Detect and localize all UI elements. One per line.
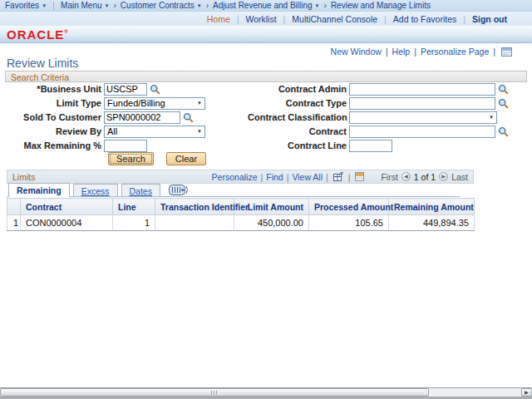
horizontal-scrollbar[interactable]: ▶: [0, 387, 532, 397]
contract-admin-row: Contract Admin: [248, 82, 509, 96]
business-unit-lookup-icon[interactable]: [150, 84, 160, 95]
download-icon[interactable]: [355, 172, 364, 181]
page-links: New Window | Help | Personalize Page |: [331, 47, 514, 57]
limits-tabs: Remaining Excess Dates: [8, 183, 189, 197]
breadcrumb-item-label: Adjust Revenue and Billing: [213, 1, 313, 10]
processed-amount-cell: 105.65: [309, 215, 389, 231]
contract-classification-select[interactable]: ▼: [349, 111, 497, 124]
limits-grid: Contract Line Transaction Identifier Lim…: [7, 198, 475, 231]
add-to-favorites-link[interactable]: Add to Favorites: [393, 14, 456, 24]
chevron-down-icon: ▼: [105, 3, 110, 8]
tab-rule: [7, 196, 460, 197]
new-window-link[interactable]: New Window: [331, 47, 382, 57]
transaction-identifier-cell: [155, 215, 234, 231]
contract-type-input[interactable]: [349, 97, 495, 110]
col-line[interactable]: Line: [113, 199, 155, 215]
breadcrumb-item-label: Review and Manage Limits: [331, 1, 431, 10]
sold-to-customer-input[interactable]: [104, 111, 180, 124]
zoom-grid-icon[interactable]: [333, 172, 343, 181]
col-processed-amount[interactable]: Processed Amount: [309, 199, 389, 215]
contract-admin-lookup-icon[interactable]: [498, 84, 509, 95]
favorites-menu[interactable]: Favorites▼: [5, 1, 47, 10]
review-by-label: Review By: [0, 126, 101, 136]
home-link[interactable]: Home: [207, 14, 230, 24]
contract-type-lookup-icon[interactable]: [498, 98, 509, 109]
contract-classification-row: Contract Classification ▼: [248, 111, 497, 124]
pager-first-label[interactable]: First: [381, 172, 397, 182]
worklist-link[interactable]: Worklist: [245, 14, 276, 24]
limit-type-select[interactable]: Funded/Billing▼: [104, 97, 205, 110]
col-transaction-identifier[interactable]: Transaction Identifier: [155, 199, 234, 215]
breadcrumb-separator: ›: [324, 1, 327, 10]
breadcrumb-item-review-limits[interactable]: Review and Manage Limits: [331, 1, 431, 10]
review-by-select[interactable]: All▼: [104, 126, 205, 138]
main-menu[interactable]: Main Menu▼: [61, 1, 109, 10]
link-separator: |: [287, 172, 289, 182]
scrollbar-thumb[interactable]: [0, 388, 429, 397]
tab-remaining[interactable]: Remaining: [8, 183, 70, 197]
chevron-down-icon: ▼: [489, 115, 494, 120]
breadcrumb-item-label: Customer Contracts: [121, 1, 195, 10]
help-link[interactable]: Help: [392, 47, 411, 57]
favorites-label: Favorites: [5, 1, 39, 10]
oracle-logo: ORACLE®: [7, 27, 68, 42]
copy-url-icon[interactable]: [501, 47, 512, 57]
breadcrumb-separator: ›: [206, 1, 209, 10]
pager-prev-icon[interactable]: ◀: [401, 172, 411, 181]
scrollbar-grip-icon: [211, 391, 219, 395]
tab-dates[interactable]: Dates: [121, 184, 160, 197]
find-link[interactable]: Find: [266, 172, 283, 182]
business-unit-row: *Business Unit: [0, 82, 160, 96]
link-separator: |: [283, 14, 286, 24]
contract-line-label: Contract Line: [248, 140, 347, 150]
scroll-right-button[interactable]: ▶: [521, 388, 532, 397]
search-button[interactable]: Search: [108, 152, 154, 165]
limit-type-row: Limit Type Funded/Billing▼: [0, 96, 205, 110]
review-by-value: All: [107, 126, 117, 136]
clear-button[interactable]: Clear: [166, 152, 206, 165]
chevron-down-icon: ▼: [197, 101, 202, 106]
col-contract[interactable]: Contract: [21, 199, 113, 215]
sign-out-link[interactable]: Sign out: [472, 14, 507, 24]
main-menu-label: Main Menu: [61, 1, 101, 10]
link-separator: |: [386, 47, 388, 57]
contract-lookup-icon[interactable]: [498, 126, 509, 137]
search-criteria-header: Search Criteria: [5, 71, 527, 82]
business-unit-input[interactable]: [104, 83, 147, 96]
personalize-page-link[interactable]: Personalize Page: [421, 47, 489, 57]
pager-next-icon[interactable]: ▶: [439, 172, 448, 181]
chevron-down-icon: ▼: [197, 3, 202, 8]
breadcrumb-divider: [53, 2, 54, 10]
max-remaining-row: Max Remaining %: [0, 139, 147, 152]
chevron-down-icon: ▼: [315, 3, 320, 8]
breadcrumb-item-customer-contracts[interactable]: Customer Contracts▼: [121, 1, 202, 10]
limits-title: Limits: [12, 172, 35, 182]
contract-type-row: Contract Type: [248, 96, 509, 110]
pager-last-label[interactable]: Last: [451, 172, 468, 182]
line-cell: 1: [113, 215, 155, 231]
grid-pager: First ◀ 1 of 1 ▶ Last: [381, 172, 468, 182]
contract-line-input[interactable]: [349, 140, 392, 152]
peoplesoft-window: Favorites▼ Main Menu▼ › Customer Contrac…: [0, 0, 532, 399]
header-links-bar: Home | Worklist | MultiChannel Console |…: [0, 12, 532, 26]
breadcrumb: Favorites▼ Main Menu▼ › Customer Contrac…: [0, 0, 532, 12]
tab-excess[interactable]: Excess: [73, 184, 118, 197]
contract-type-label: Contract Type: [248, 98, 347, 108]
personalize-grid-link[interactable]: Personalize: [212, 172, 258, 182]
breadcrumb-item-adjust-revenue[interactable]: Adjust Revenue and Billing▼: [213, 1, 319, 10]
col-remaining-amount[interactable]: Remaining Amount: [389, 199, 475, 215]
contract-line-row: Contract Line: [248, 139, 392, 152]
contract-admin-input[interactable]: [349, 83, 495, 96]
view-all-link[interactable]: View All: [292, 172, 323, 182]
chevron-down-icon: ▼: [42, 3, 47, 8]
multichannel-console-link[interactable]: MultiChannel Console: [292, 14, 377, 24]
oracle-logo-text: ORACLE: [7, 27, 64, 42]
show-all-columns-icon[interactable]: [169, 185, 189, 195]
link-separator: |: [348, 172, 351, 182]
contract-input[interactable]: [349, 126, 495, 138]
link-separator: |: [384, 14, 387, 24]
row-number-header: [7, 199, 21, 215]
max-remaining-input[interactable]: [104, 140, 147, 152]
sold-to-customer-lookup-icon[interactable]: [183, 112, 194, 123]
contract-row: Contract: [248, 125, 509, 138]
